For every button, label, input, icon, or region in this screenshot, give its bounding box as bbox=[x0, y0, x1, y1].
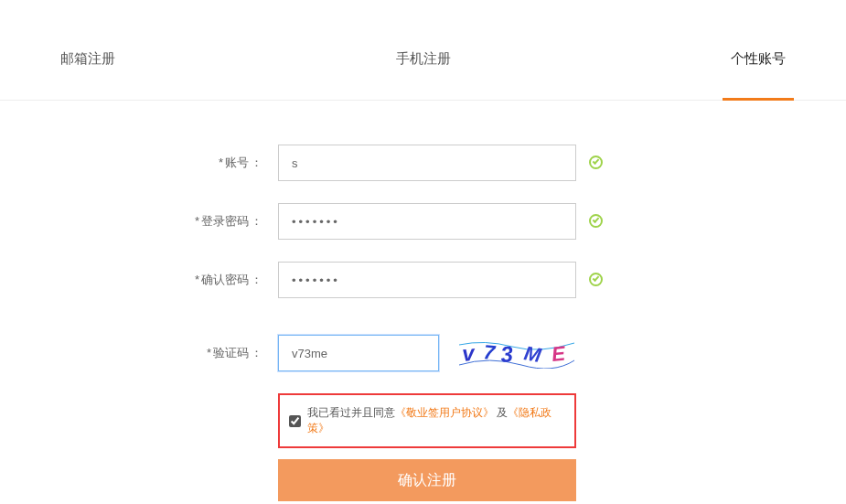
svg-text:E: E bbox=[551, 341, 568, 366]
tab-phone-register[interactable]: 手机注册 bbox=[391, 50, 456, 100]
colon: ： bbox=[251, 346, 263, 359]
register-tabs: 邮箱注册 手机注册 个性账号 bbox=[0, 0, 846, 101]
submit-register-button[interactable]: 确认注册 bbox=[278, 459, 576, 501]
agreement-connector: 及 bbox=[494, 406, 508, 419]
account-input[interactable] bbox=[278, 145, 576, 181]
asterisk: * bbox=[195, 273, 199, 286]
tab-email-register[interactable]: 邮箱注册 bbox=[55, 50, 121, 100]
label-account: *账号： bbox=[0, 155, 278, 171]
row-password: *登录密码： bbox=[0, 203, 846, 240]
captcha-input[interactable] bbox=[278, 335, 439, 371]
colon: ： bbox=[251, 273, 263, 286]
row-account: *账号： bbox=[0, 145, 846, 181]
valid-check-icon bbox=[589, 155, 605, 171]
tab-personal-register[interactable]: 个性账号 bbox=[725, 50, 791, 100]
asterisk: * bbox=[219, 155, 223, 169]
row-captcha: *验证码： v 7 3 M E bbox=[0, 335, 846, 371]
valid-check-icon bbox=[589, 273, 605, 288]
agreement-prefix: 我已看过并且同意 bbox=[307, 406, 395, 419]
valid-check-icon bbox=[589, 214, 605, 230]
asterisk: * bbox=[195, 214, 199, 228]
confirm-password-input[interactable] bbox=[278, 262, 576, 298]
row-confirm: *确认密码： bbox=[0, 262, 846, 298]
label-password: *登录密码： bbox=[0, 213, 278, 230]
password-input[interactable] bbox=[278, 203, 576, 240]
asterisk: * bbox=[207, 346, 211, 359]
svg-text:M: M bbox=[522, 341, 543, 367]
colon: ： bbox=[251, 155, 263, 169]
agreement-text: 我已看过并且同意《敬业签用户协议》 及《隐私政策》 bbox=[307, 405, 565, 436]
svg-text:v: v bbox=[461, 340, 477, 366]
captcha-image[interactable]: v 7 3 M E bbox=[457, 338, 576, 369]
register-form: *账号： *登录密码： *确认密码： *验证码： v 7 3 bbox=[0, 101, 846, 504]
label-captcha: *验证码： bbox=[0, 345, 278, 361]
label-password-text: 登录密码 bbox=[201, 214, 249, 228]
label-confirm-text: 确认密码 bbox=[201, 273, 249, 286]
svg-text:3: 3 bbox=[499, 341, 514, 367]
agreement-box: 我已看过并且同意《敬业签用户协议》 及《隐私政策》 bbox=[278, 393, 576, 448]
label-account-text: 账号 bbox=[225, 155, 249, 169]
colon: ： bbox=[251, 214, 263, 228]
label-confirm: *确认密码： bbox=[0, 272, 278, 288]
agreement-checkbox[interactable] bbox=[289, 415, 301, 427]
user-agreement-link[interactable]: 《敬业签用户协议》 bbox=[395, 406, 494, 419]
label-captcha-text: 验证码 bbox=[213, 346, 249, 359]
